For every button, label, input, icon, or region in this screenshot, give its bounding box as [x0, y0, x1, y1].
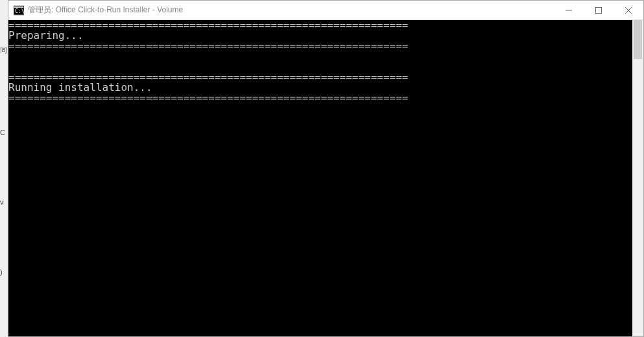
- vertical-scrollbar[interactable]: [632, 20, 643, 336]
- cmd-icon: C:\: [14, 5, 24, 16]
- fragment-text: v: [0, 198, 4, 206]
- console-output[interactable]: ========================================…: [8, 20, 632, 336]
- console-window: C:\ 管理员: Office Click-to-Run Installer -…: [8, 0, 644, 337]
- fragment-text: 同: [0, 45, 7, 55]
- scrollbar-thumb[interactable]: [634, 20, 642, 59]
- window-title: 管理员: Office Click-to-Run Installer - Vol…: [28, 5, 554, 16]
- svg-text:C:\: C:\: [15, 8, 24, 14]
- fragment-text: C: [0, 129, 5, 136]
- fragment-text: ): [0, 268, 3, 276]
- background-fragments: 同 C v ): [0, 0, 8, 337]
- console-area: ========================================…: [8, 20, 643, 336]
- titlebar[interactable]: C:\ 管理员: Office Click-to-Run Installer -…: [8, 1, 643, 20]
- svg-rect-1: [14, 6, 23, 8]
- minimize-button[interactable]: [554, 1, 584, 19]
- svg-rect-4: [596, 7, 602, 13]
- close-button[interactable]: [614, 1, 643, 19]
- window-controls: [554, 1, 643, 19]
- maximize-button[interactable]: [584, 1, 614, 19]
